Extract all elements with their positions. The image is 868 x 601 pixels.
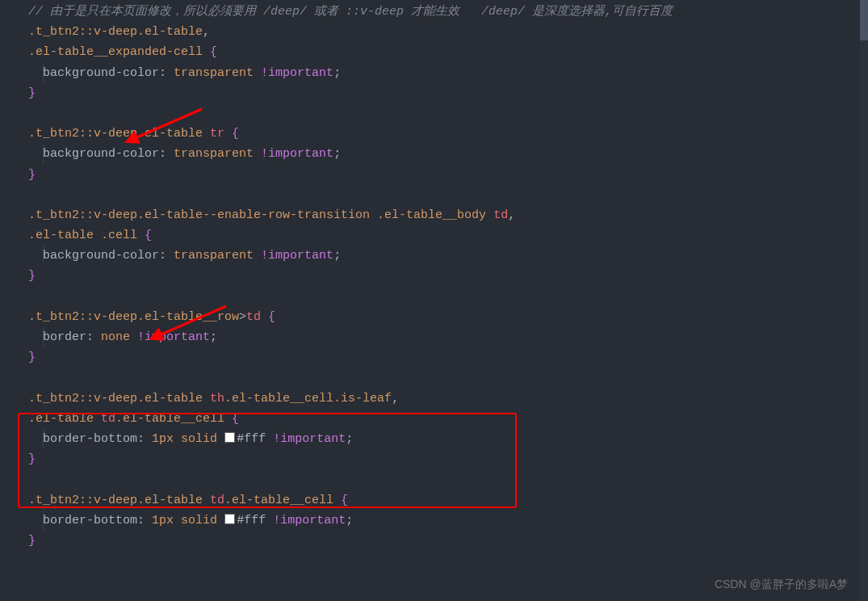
comment-text: // 由于是只在本页面修改，所以必须要用 /deep/ 或者 ::v-deep …: [28, 5, 673, 19]
code-line: .el-table td.el-table__cell {: [0, 409, 868, 429]
color-swatch-icon: [224, 514, 235, 524]
code-line: .t_btn2::v-deep.el-table--enable-row-tra…: [0, 205, 868, 225]
minimap[interactable]: [860, 0, 868, 601]
code-line: }: [0, 449, 868, 469]
watermark: CSDN @蓝胖子的多啦A梦: [715, 575, 848, 595]
blank-line: [0, 185, 868, 205]
code-line: .t_btn2::v-deep.el-table td.el-table__ce…: [0, 490, 868, 511]
code-line: .t_btn2::v-deep.el-table,: [0, 22, 868, 42]
code-line: }: [0, 531, 868, 551]
code-line: border-bottom: 1px solid #fff !important…: [0, 511, 868, 531]
color-swatch-icon: [224, 432, 235, 443]
code-line: background-color: transparent !important…: [0, 144, 868, 164]
code-line: .el-table .cell {: [0, 225, 868, 246]
code-line: .t_btn2::v-deep.el-table th.el-table__ce…: [0, 389, 868, 409]
blank-line: [0, 103, 868, 124]
code-line: // 由于是只在本页面修改，所以必须要用 /deep/ 或者 ::v-deep …: [0, 2, 868, 22]
code-line: background-color: transparent !important…: [0, 63, 868, 83]
code-line: border-bottom: 1px solid #fff !important…: [0, 429, 868, 449]
code-line: }: [0, 266, 868, 286]
code-line: border: none !important;: [0, 327, 868, 347]
blank-line: [0, 368, 868, 388]
code-line: }: [0, 165, 868, 185]
code-line: }: [0, 83, 868, 103]
code-line: }: [0, 347, 868, 368]
code-editor[interactable]: // 由于是只在本页面修改，所以必须要用 /deep/ 或者 ::v-deep …: [0, 0, 868, 551]
code-line: .t_btn2::v-deep.el-table tr {: [0, 124, 868, 144]
code-line: .t_btn2::v-deep.el-table__row>td {: [0, 307, 868, 327]
minimap-thumb[interactable]: [860, 0, 868, 40]
blank-line: [0, 469, 868, 490]
code-line: .el-table__expanded-cell {: [0, 42, 868, 62]
blank-line: [0, 287, 868, 307]
code-line: background-color: transparent !important…: [0, 246, 868, 266]
